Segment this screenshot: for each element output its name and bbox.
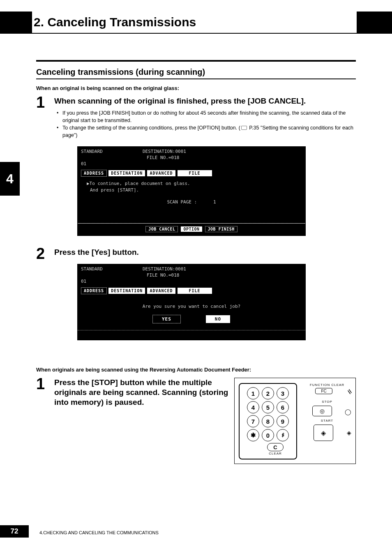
key-hash[interactable]: ♯ (277, 429, 289, 441)
book-icon (241, 126, 247, 130)
chapter-title: 2. Canceling Transmissions (32, 15, 196, 29)
key-clear[interactable]: C (267, 443, 284, 451)
footer-text: 4.CHECKING AND CANCELING THE COMMUNICATI… (39, 530, 159, 535)
step-2: 2 Press the [Yes] button. (36, 246, 356, 261)
page-content: Canceling transmissions (during scanning… (36, 60, 356, 466)
fc-button[interactable]: FC (315, 388, 332, 394)
step-body: When scanning of the original is finishe… (54, 95, 356, 144)
key-blank (252, 443, 263, 451)
lcd-msg-1: ▶To continue, place document on glass. (81, 180, 302, 187)
bullet-item: If you press the [JOB FINISH] button or … (57, 109, 356, 124)
start-icon: ◈ (321, 429, 326, 437)
clear-label: CLEAR (267, 452, 284, 455)
lcd-tab-destination[interactable]: DESTINATION (108, 287, 145, 295)
lcd-tab-address[interactable]: ADDRESS (81, 287, 107, 295)
lcd-tab-address[interactable]: ADDRESS (81, 170, 107, 177)
key-8[interactable]: 8 (262, 415, 274, 427)
fc-led-icon: // (346, 388, 353, 395)
lcd-file-no: FILE NO.=018 (81, 272, 302, 279)
lcd-button-row: JOB CANCEL OPTION JOB FINISH (78, 224, 305, 235)
lcd-scan-page: SCAN PAGE : 1 (81, 199, 302, 205)
lcd-tab-file[interactable]: FILE (177, 287, 212, 295)
yes-button[interactable]: YES (152, 315, 181, 323)
key-6[interactable]: 6 (277, 401, 289, 413)
step-number: 1 (36, 95, 54, 144)
stop-label: STOP (303, 400, 351, 404)
lcd-line: 01 (81, 161, 302, 167)
key-4[interactable]: 4 (247, 401, 259, 413)
lcd-footer-blank (78, 330, 305, 340)
lcd-tab-destination[interactable]: DESTINATION (108, 170, 145, 177)
function-clear-label: FUNCTION CLEAR (303, 383, 351, 387)
chapter-number: 2. (34, 15, 44, 29)
lcd-tabs: ADDRESS DESTINATION ADVANCED FILE (81, 287, 302, 295)
lcd-tab-file[interactable]: FILE (177, 170, 212, 177)
step-number: 2 (36, 246, 54, 261)
step-body: Press the [STOP] button while the multip… (54, 376, 356, 464)
step3-text: Press the [STOP] button while the multip… (54, 378, 228, 410)
stop-icon: ◎ (320, 408, 325, 414)
lcd-screen-1: STANDARD DESTINATION:0001 FILE NO.=018 0… (77, 146, 306, 236)
key-7[interactable]: 7 (247, 415, 259, 427)
lcd-destination: DESTINATION:0001 (143, 266, 186, 272)
step-title: When scanning of the original is finishe… (54, 96, 356, 106)
lcd-header: STANDARD DESTINATION:0001 FILE NO.=018 0… (78, 264, 305, 296)
chapter-name: Canceling Transmissions (47, 15, 196, 29)
section-divider (36, 60, 356, 62)
key-9[interactable]: 9 (277, 415, 289, 427)
numeric-keypad: 1 2 3 4 5 6 7 8 9 ✱ (239, 383, 297, 459)
page-footer: 72 4.CHECKING AND CANCELING THE COMMUNIC… (0, 525, 392, 538)
side-buttons: FUNCTION CLEAR FC // STOP ◎ ◯ START (303, 383, 351, 442)
step-title: Press the [Yes] button. (54, 247, 356, 257)
step-number: 1 (36, 376, 54, 464)
lcd-header: STANDARD DESTINATION:0001 FILE NO.=018 0… (78, 147, 305, 179)
lcd-destination: DESTINATION:0001 (143, 149, 186, 155)
step-1: 1 When scanning of the original is finis… (36, 95, 356, 144)
section-title: Canceling transmissions (during scanning… (36, 67, 356, 79)
bullet-item: To change the setting of the scanning co… (57, 124, 356, 139)
lcd-tab-advanced[interactable]: ADVANCED (147, 287, 175, 295)
step-body: Press the [Yes] button. (54, 246, 356, 261)
lcd-line: 01 (81, 279, 302, 285)
lcd-tabs: ADDRESS DESTINATION ADVANCED FILE (81, 170, 302, 177)
lead-text-glass: When an original is being scanned on the… (36, 85, 356, 91)
start-button[interactable]: ◈ (314, 425, 333, 441)
start-label: START (303, 419, 351, 422)
chapter-header: 2. Canceling Transmissions (32, 12, 357, 34)
lcd-standard: STANDARD (81, 149, 143, 155)
step-3: 1 Press the [STOP] button while the mult… (36, 376, 356, 464)
job-finish-button[interactable]: JOB FINISH (205, 226, 238, 232)
lcd-standard: STANDARD (81, 266, 143, 272)
lcd-screen-2: STANDARD DESTINATION:0001 FILE NO.=018 0… (77, 264, 306, 340)
lcd-file-no: FILE NO.=018 (81, 155, 302, 161)
lcd-body: ▶To continue, place document on glass. A… (78, 179, 305, 223)
page-number: 72 (0, 525, 29, 538)
key-0[interactable]: 0 (262, 429, 274, 441)
confirm-text: Are you sure you want to cancel job? (81, 304, 302, 309)
side-chapter-tab: 4 (0, 162, 20, 196)
key-1[interactable]: 1 (247, 387, 259, 399)
lcd-confirm-body: Are you sure you want to cancel job? YES… (78, 296, 305, 330)
no-button[interactable]: NO (205, 315, 231, 323)
yes-no-row: YES NO (81, 315, 302, 323)
option-button[interactable]: OPTION (180, 226, 202, 232)
start-led-icon: ◈ (347, 429, 351, 436)
lead-text-radf: When originals are being scanned using t… (36, 367, 356, 373)
step-title: Press the [STOP] button while the multip… (54, 378, 228, 407)
key-3[interactable]: 3 (277, 387, 289, 399)
keypad-figure: 1 2 3 4 5 6 7 8 9 ✱ (234, 378, 356, 464)
key-star[interactable]: ✱ (247, 429, 259, 441)
stop-led-icon: ◯ (345, 409, 351, 415)
lcd-msg-2: And press [START]. (81, 187, 302, 193)
key-2[interactable]: 2 (262, 387, 274, 399)
key-5[interactable]: 5 (262, 401, 274, 413)
lcd-tab-advanced[interactable]: ADVANCED (147, 170, 175, 177)
step1-bullets: If you press the [JOB FINISH] button or … (57, 109, 356, 139)
stop-button[interactable]: ◎ (312, 406, 332, 416)
job-cancel-button[interactable]: JOB CANCEL (145, 226, 178, 232)
